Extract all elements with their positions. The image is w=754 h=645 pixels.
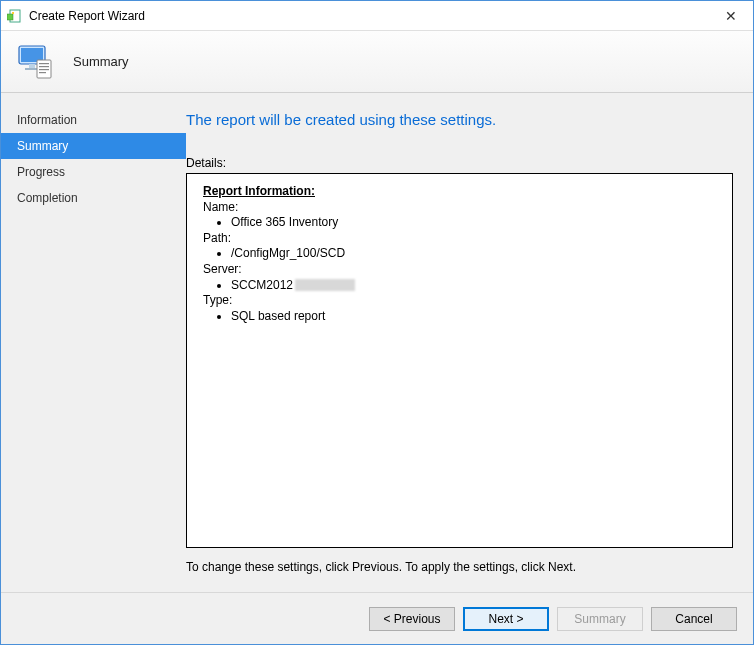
next-button[interactable]: Next > — [463, 607, 549, 631]
page-title: Summary — [73, 54, 129, 69]
report-type-value: SQL based report — [231, 309, 720, 325]
wizard-footer: < Previous Next > Summary Cancel — [1, 592, 753, 644]
report-path-value: /ConfigMgr_100/SCD — [231, 246, 720, 262]
sidebar-item-label: Summary — [17, 139, 68, 153]
close-icon: ✕ — [725, 8, 737, 24]
details-box: Report Information: Name: Office 365 Inv… — [186, 173, 733, 548]
sidebar-item-summary[interactable]: Summary — [1, 133, 186, 159]
report-section-title: Report Information: — [203, 184, 720, 200]
sidebar-item-label: Progress — [17, 165, 65, 179]
previous-button[interactable]: < Previous — [369, 607, 455, 631]
content-headline: The report will be created using these s… — [186, 111, 733, 128]
report-server-label: Server: — [203, 262, 720, 278]
svg-rect-1 — [7, 14, 13, 20]
svg-rect-10 — [39, 69, 49, 70]
svg-rect-11 — [39, 72, 46, 73]
report-type-label: Type: — [203, 293, 720, 309]
redacted-text — [295, 279, 355, 291]
summary-button[interactable]: Summary — [557, 607, 643, 631]
svg-rect-2 — [12, 12, 14, 14]
sidebar-item-completion[interactable]: Completion — [1, 185, 186, 211]
app-icon — [7, 8, 23, 24]
window-title: Create Report Wizard — [29, 9, 145, 23]
report-path-label: Path: — [203, 231, 720, 247]
wizard-steps-sidebar: Information Summary Progress Completion — [1, 93, 186, 592]
report-name-value: Office 365 Inventory — [231, 215, 720, 231]
details-label: Details: — [186, 156, 733, 170]
wizard-content: The report will be created using these s… — [186, 93, 753, 592]
wizard-body: Information Summary Progress Completion … — [1, 93, 753, 592]
cancel-button[interactable]: Cancel — [651, 607, 737, 631]
report-icon — [15, 42, 55, 82]
sidebar-item-label: Information — [17, 113, 77, 127]
svg-rect-8 — [39, 63, 49, 64]
svg-rect-5 — [29, 64, 35, 68]
sidebar-item-label: Completion — [17, 191, 78, 205]
sidebar-item-progress[interactable]: Progress — [1, 159, 186, 185]
wizard-header: Summary — [1, 31, 753, 93]
wizard-window: Create Report Wizard ✕ Summary Inf — [0, 0, 754, 645]
svg-rect-9 — [39, 66, 49, 67]
titlebar: Create Report Wizard ✕ — [1, 1, 753, 31]
close-button[interactable]: ✕ — [708, 1, 753, 31]
report-name-label: Name: — [203, 200, 720, 216]
report-server-value: SCCM2012 — [231, 278, 720, 294]
content-hint: To change these settings, click Previous… — [186, 560, 733, 574]
sidebar-item-information[interactable]: Information — [1, 107, 186, 133]
